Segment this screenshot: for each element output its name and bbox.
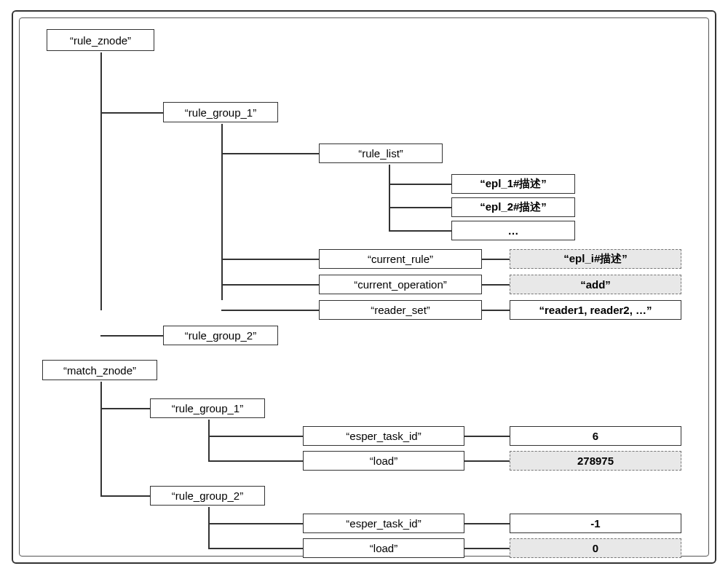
node-rule-group-1: “rule_group_1” <box>163 102 278 122</box>
connector <box>482 284 510 286</box>
match-node-esper1: “esper_task_id” <box>303 426 464 446</box>
connector <box>208 548 303 549</box>
connector <box>100 408 150 409</box>
connector <box>221 259 319 260</box>
connector <box>389 184 451 185</box>
connector <box>389 165 390 232</box>
connector <box>221 124 223 300</box>
connector <box>100 495 150 497</box>
connector <box>208 420 210 460</box>
connector <box>100 382 102 497</box>
node-reader-set: “reader_set” <box>319 300 482 320</box>
connector <box>208 460 303 462</box>
connector <box>464 548 510 549</box>
connector <box>208 507 210 548</box>
match-node-rule-group-2: “rule_group_2” <box>150 486 265 506</box>
connector <box>208 436 303 437</box>
val-reader-set: “reader1, reader2, …” <box>510 300 681 320</box>
connector <box>464 460 510 462</box>
connector <box>221 310 319 311</box>
node-current-rule: “current_rule” <box>319 249 482 269</box>
node-current-operation: “current_operation” <box>319 275 482 294</box>
connector <box>389 207 451 208</box>
val-current-rule: “epl_i#描述” <box>510 249 681 269</box>
node-rule-znode: “rule_znode” <box>47 29 154 51</box>
connector <box>100 52 102 310</box>
connector <box>221 284 319 286</box>
match-node-esper2: “esper_task_id” <box>303 514 464 533</box>
match-val-load1: 278975 <box>510 451 681 471</box>
val-current-operation: “add” <box>510 275 681 294</box>
node-epl-2: “epl_2#描述” <box>451 197 575 217</box>
match-node-rule-group-1: “rule_group_1” <box>150 398 265 418</box>
match-val-esper2: -1 <box>510 514 681 533</box>
connector <box>100 335 163 337</box>
connector <box>389 230 451 232</box>
connector <box>464 436 510 437</box>
connector <box>208 523 303 524</box>
node-epl-1: “epl_1#描述” <box>451 174 575 194</box>
node-match-znode: “match_znode” <box>42 360 157 380</box>
match-node-load2: “load” <box>303 538 464 558</box>
connector <box>100 112 163 114</box>
connector <box>482 310 510 311</box>
node-rule-list: “rule_list” <box>319 144 443 163</box>
match-val-load2: 0 <box>510 538 681 558</box>
connector <box>482 259 510 260</box>
node-rule-group-2: “rule_group_2” <box>163 326 278 345</box>
connector <box>221 153 319 154</box>
node-epl-more: … <box>451 221 575 240</box>
match-val-esper1: 6 <box>510 426 681 446</box>
match-node-load1: “load” <box>303 451 464 471</box>
connector <box>464 523 510 524</box>
